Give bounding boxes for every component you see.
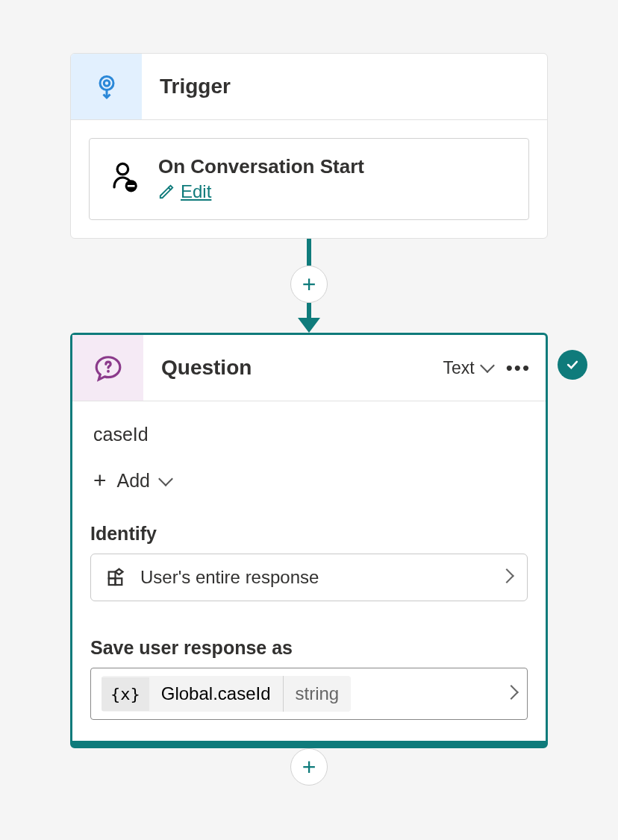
question-prompt[interactable]: caseId [90, 424, 528, 445]
edit-label: Edit [181, 181, 211, 202]
plus-icon [93, 468, 107, 493]
connector-line [307, 239, 311, 266]
pencil-icon [158, 184, 175, 200]
svg-rect-6 [109, 572, 116, 579]
svg-point-0 [100, 77, 113, 90]
more-menu[interactable]: ••• [506, 357, 531, 380]
svg-rect-8 [116, 578, 122, 585]
chevron-right-icon [506, 687, 516, 700]
edit-link[interactable]: Edit [158, 181, 211, 202]
svg-rect-7 [109, 578, 116, 585]
check-icon [565, 357, 580, 372]
chevron-right-icon [502, 571, 512, 584]
save-variable-selector[interactable]: {x} Global.caseId string [90, 668, 528, 720]
connector-1: + [290, 239, 328, 333]
connector-line [307, 303, 311, 318]
identify-value: User's entire response [140, 567, 490, 588]
identify-label: Identify [90, 523, 528, 545]
variable-type: string [284, 676, 352, 712]
add-node-button-bottom[interactable]: + [290, 748, 328, 786]
trigger-card[interactable]: Trigger On Conversation Start [70, 53, 548, 239]
question-type-dropdown[interactable]: Text [443, 358, 493, 378]
add-label: Add [117, 470, 150, 492]
status-check-badge [558, 350, 587, 380]
entity-icon [106, 566, 128, 589]
trigger-title: Trigger [142, 54, 547, 119]
connector-2: + [290, 745, 328, 786]
question-header: Question Text ••• [72, 335, 546, 401]
question-body: caseId Add Identify User's entire respon… [72, 401, 546, 741]
chevron-down-icon [160, 470, 171, 492]
svg-point-5 [107, 370, 110, 373]
identify-selector[interactable]: User's entire response [90, 554, 528, 601]
trigger-icon [71, 54, 142, 119]
variable-name: Global.caseId [149, 676, 284, 712]
svg-rect-4 [128, 185, 135, 187]
question-title: Question [143, 335, 443, 401]
question-icon [72, 335, 143, 401]
add-node-button[interactable]: + [290, 266, 328, 303]
trigger-event-card[interactable]: On Conversation Start Edit [89, 138, 529, 220]
svg-point-1 [104, 81, 110, 87]
question-card[interactable]: Question Text ••• caseId Add Identify [70, 333, 548, 748]
trigger-body: On Conversation Start Edit [71, 120, 547, 238]
trigger-event-title: On Conversation Start [158, 155, 364, 178]
chevron-down-icon [482, 358, 493, 378]
trigger-header: Trigger [71, 54, 547, 120]
type-label: Text [443, 358, 475, 378]
save-label: Save user response as [90, 637, 528, 659]
variable-chip: {x} Global.caseId string [102, 676, 351, 712]
add-button[interactable]: Add [90, 468, 171, 493]
conversation-icon [109, 162, 139, 196]
svg-point-2 [117, 163, 128, 175]
arrow-down-icon [298, 318, 320, 333]
variable-icon: {x} [102, 677, 149, 711]
